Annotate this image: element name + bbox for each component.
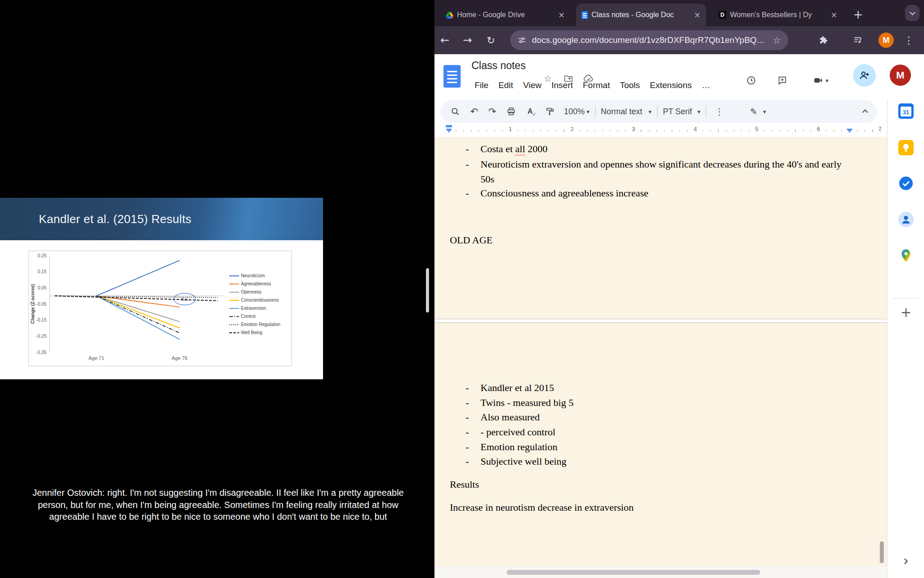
list-item[interactable]: - Also measured bbox=[466, 410, 540, 424]
google-contacts-icon[interactable] bbox=[887, 210, 924, 228]
horizontal-scrollbar-thumb[interactable] bbox=[507, 570, 760, 575]
bullet-marker: - bbox=[466, 157, 480, 186]
menu-edit[interactable]: Edit bbox=[494, 79, 518, 92]
slide-chart-box: 0.250.150.05-0.05-0.15-0.25-0.35Age 71Ag… bbox=[28, 251, 292, 366]
list-item[interactable]: - Consciousness and agreeableness increa… bbox=[466, 186, 648, 200]
editing-mode-select[interactable]: ✎ ▾ bbox=[746, 104, 766, 119]
ruler-number: 5 bbox=[755, 126, 758, 132]
menu-extensions[interactable]: Extensions bbox=[645, 79, 697, 92]
ruler-number: 3 bbox=[632, 126, 635, 132]
google-tasks-icon[interactable] bbox=[887, 174, 924, 192]
tab-class-notes[interactable]: Class notes - Google Doc × bbox=[576, 4, 706, 26]
meet-video-call-icon[interactable]: ▾ bbox=[807, 70, 834, 91]
back-button[interactable]: ← bbox=[435, 30, 455, 50]
svg-text:Openness: Openness bbox=[241, 289, 262, 294]
docs-profile-avatar[interactable]: M bbox=[890, 65, 911, 86]
forward-button[interactable]: → bbox=[457, 30, 477, 50]
divider bbox=[893, 298, 919, 298]
google-calendar-icon[interactable]: 31 bbox=[887, 102, 924, 120]
reload-button[interactable]: ↻ bbox=[481, 30, 501, 50]
list-item[interactable]: - Emotion regulation bbox=[466, 439, 557, 454]
zoom-select[interactable]: 100%▾ bbox=[564, 107, 590, 117]
site-info-icon[interactable] bbox=[517, 36, 527, 45]
bullet-marker: - bbox=[466, 141, 480, 156]
list-item[interactable]: - Twins - measured big 5 bbox=[466, 395, 573, 410]
menu-tools[interactable]: Tools bbox=[615, 79, 645, 92]
paragraph-style-select[interactable]: Normal text▾ bbox=[601, 107, 652, 117]
kebab-menu-icon[interactable]: ⋮ bbox=[899, 30, 919, 50]
bookmark-star-icon[interactable]: ☆ bbox=[773, 35, 781, 46]
chevron-down-icon: ▾ bbox=[826, 77, 829, 84]
paragraph-results-text[interactable]: Increase in neurotism decrease in extrav… bbox=[450, 500, 633, 515]
paragraph-results-heading[interactable]: Results bbox=[450, 477, 479, 492]
bullet-marker: - bbox=[466, 380, 480, 395]
left-indent-marker[interactable] bbox=[446, 129, 452, 133]
menu-file[interactable]: File bbox=[470, 79, 494, 92]
docs-toolbar-row: ↶ ↷ A✓ 100%▾ Normal text▾ bbox=[434, 99, 924, 123]
tab-search-button[interactable] bbox=[905, 5, 919, 21]
spellcheck-icon[interactable]: A✓ bbox=[522, 104, 538, 119]
show-side-panel-icon[interactable]: › bbox=[887, 551, 924, 569]
menu-insert[interactable]: Insert bbox=[546, 79, 578, 92]
font-select[interactable]: PT Serif▾ bbox=[663, 107, 700, 117]
site-favicon: D bbox=[718, 11, 726, 19]
first-line-indent-marker[interactable] bbox=[446, 125, 452, 127]
tab-close-icon[interactable]: × bbox=[831, 11, 837, 19]
workspace-side-panel: 31 + › bbox=[887, 99, 924, 578]
menu-overflow[interactable]: … bbox=[697, 79, 715, 92]
pencil-icon: ✎ bbox=[746, 104, 761, 119]
video-captions: Jennifer Ostovich: right. I'm not sugges… bbox=[23, 487, 413, 523]
comment-icon[interactable] bbox=[772, 70, 793, 91]
print-icon[interactable] bbox=[504, 104, 519, 119]
tab-google-drive[interactable]: Home - Google Drive × bbox=[440, 4, 570, 26]
svg-text:Emotion Regulation: Emotion Regulation bbox=[241, 322, 280, 327]
document-canvas[interactable]: - Costa et all 2000 - Neuroticism extrav… bbox=[434, 137, 924, 578]
address-bar[interactable]: docs.google.com/document/d/1vz8rDXFBqrR7… bbox=[510, 30, 788, 50]
undo-icon[interactable]: ↶ bbox=[467, 104, 482, 119]
paragraph-old-age[interactable]: OLD AGE bbox=[450, 233, 493, 247]
new-tab-button[interactable]: + bbox=[850, 6, 866, 23]
menu-format[interactable]: Format bbox=[578, 79, 615, 92]
bullet-marker: - bbox=[466, 454, 480, 469]
list-item-text: - perceived control bbox=[480, 424, 555, 439]
search-icon[interactable] bbox=[448, 104, 463, 119]
list-item[interactable]: - Kandler et al 2015 bbox=[466, 380, 554, 395]
svg-text:-0.05: -0.05 bbox=[36, 302, 46, 307]
tab-close-icon[interactable]: × bbox=[694, 11, 701, 19]
svg-text:0.05: 0.05 bbox=[38, 285, 47, 290]
google-keep-icon[interactable] bbox=[887, 139, 924, 157]
right-indent-marker[interactable] bbox=[846, 129, 853, 133]
screen: Kandler et al. (2015) Results 0.250.150.… bbox=[0, 0, 924, 578]
version-history-icon[interactable] bbox=[741, 70, 762, 91]
svg-text:Conscientiousness: Conscientiousness bbox=[241, 298, 279, 303]
chrome-profile-avatar[interactable]: M bbox=[878, 33, 894, 48]
paint-format-icon[interactable] bbox=[542, 104, 558, 119]
ruler[interactable]: 1 2 3 4 5 6 7 bbox=[434, 123, 887, 137]
redo-icon[interactable]: ↷ bbox=[485, 104, 500, 119]
collapse-toolbar-button[interactable] bbox=[863, 107, 867, 116]
menu-view[interactable]: View bbox=[518, 79, 546, 92]
google-docs-app-icon[interactable] bbox=[444, 65, 461, 88]
tab-close-icon[interactable]: × bbox=[558, 11, 565, 19]
media-controls-icon[interactable] bbox=[848, 30, 868, 50]
get-add-ons-icon[interactable]: + bbox=[887, 303, 924, 322]
google-maps-icon[interactable] bbox=[887, 247, 924, 265]
tab-womens-bestsellers[interactable]: D Women's Bestsellers | Dy × bbox=[713, 4, 843, 26]
slide-title: Kandler et al. (2015) Results bbox=[39, 212, 191, 226]
document-scrollbar-thumb[interactable] bbox=[880, 541, 884, 563]
extensions-icon[interactable] bbox=[813, 30, 833, 50]
list-item-text: Costa et all 2000 bbox=[480, 141, 548, 156]
list-item[interactable]: - Costa et all 2000 bbox=[466, 141, 548, 156]
list-item[interactable]: - Subjective well being bbox=[466, 454, 567, 469]
share-button[interactable] bbox=[853, 64, 876, 87]
flagged-word: all bbox=[515, 143, 525, 154]
video-pane-scrollbar-thumb[interactable] bbox=[426, 268, 429, 312]
list-item[interactable]: - Neuroticism extraversion and opennes s… bbox=[466, 157, 841, 186]
docs-header: Class notes ☆ File Edit View Insert Form… bbox=[434, 54, 924, 99]
video-player-pane[interactable]: Kandler et al. (2015) Results 0.250.150.… bbox=[0, 0, 434, 578]
list-item[interactable]: - - perceived control bbox=[466, 424, 555, 439]
kandler-results-chart: 0.250.150.05-0.05-0.15-0.25-0.35Age 71Ag… bbox=[29, 251, 291, 366]
toolbar-overflow-kebab-icon[interactable]: ⋮ bbox=[711, 104, 727, 119]
svg-text:n.s.: n.s. bbox=[181, 296, 189, 302]
document-title[interactable]: Class notes bbox=[471, 59, 526, 72]
